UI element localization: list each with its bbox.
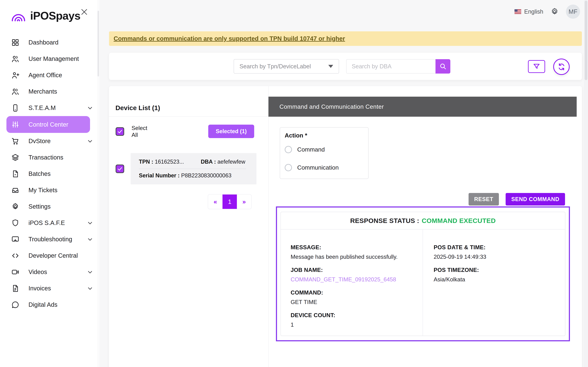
selected-count-button[interactable]: Selected (1): [208, 125, 254, 138]
brand-name: iPOSpays: [30, 9, 80, 22]
smartphone-icon: [11, 104, 20, 112]
select-all-label: Select All: [131, 125, 155, 138]
response-status-title: RESPONSE STATUS : COMMAND EXECUTED: [281, 212, 565, 229]
refresh-icon: [557, 62, 566, 71]
radio-icon: [285, 146, 292, 153]
chat-bubble-icon: [11, 300, 20, 309]
radio-option-communication[interactable]: Communication: [285, 164, 339, 171]
sidebar-item-developer-central[interactable]: Developer Central: [0, 247, 100, 264]
sidebar-item-label: Settings: [28, 203, 51, 210]
sidebar-item-agent-office[interactable]: Agent Office: [0, 67, 100, 83]
pagination-prev-button[interactable]: «: [208, 194, 223, 209]
sidebar-item-batches[interactable]: Batches: [0, 166, 100, 182]
sidebar-item-user-management[interactable]: User Management: [0, 51, 100, 67]
search-button[interactable]: [435, 59, 450, 74]
sidebar-scrollbar[interactable]: [97, 0, 100, 367]
filter-button[interactable]: [528, 60, 545, 73]
message-field: MESSAGE: Message has been published succ…: [291, 244, 423, 260]
pagination-page-1[interactable]: 1: [223, 194, 237, 209]
cart-icon: [11, 137, 20, 145]
pagination-next-button[interactable]: »: [237, 194, 251, 209]
sidebar-item-invoices[interactable]: Invoices: [0, 280, 100, 297]
column-divider: [268, 86, 269, 367]
pos-timezone-field: POS TIMEZONE: Asia/Kolkata: [434, 267, 565, 283]
chevron-down-icon: [87, 285, 93, 292]
search-type-dropdown[interactable]: Search by Tpn/DeviceLabel: [234, 59, 339, 74]
control-center-panel: Device List (1) Select All Selected (1) …: [109, 86, 582, 367]
reset-button[interactable]: RESET: [468, 193, 499, 206]
send-command-button[interactable]: SEND COMMAND: [506, 193, 565, 206]
serial-label: Serial Number :: [139, 172, 180, 179]
chevron-down-icon: [87, 269, 93, 275]
search-type-selected: Search by Tpn/DeviceLabel: [240, 63, 311, 70]
response-status-label: RESPONSE STATUS :: [350, 217, 419, 225]
sidebar-item-label: Transactions: [28, 154, 63, 161]
device-count-field: DEVICE COUNT: 1: [291, 312, 423, 328]
gear-icon: [11, 202, 20, 211]
sidebar-item-troubleshooting[interactable]: Troubleshooting: [0, 231, 100, 247]
funnel-icon: [533, 63, 541, 70]
sidebar-item-label: Merchants: [28, 88, 57, 95]
device-checkbox[interactable]: [116, 165, 124, 173]
inbox-icon: [11, 186, 20, 194]
sidebar-item-label: Invoices: [28, 285, 51, 292]
rainbow-logo-icon: [10, 10, 26, 22]
chevron-down-icon: [87, 220, 93, 226]
sidebar-item-label: Control Center: [28, 121, 68, 128]
sidebar-item-digital-ads[interactable]: Digital Ads: [0, 297, 100, 313]
serial-value: P8B2230830000063: [181, 172, 231, 179]
search-toolbar: Search by Tpn/DeviceLabel: [109, 53, 582, 80]
language-selector[interactable]: English: [514, 8, 543, 15]
checkmark-icon: [117, 128, 123, 134]
sidebar-item-my-tickets[interactable]: My Tickets: [0, 182, 100, 198]
divider: [139, 169, 246, 169]
device-card[interactable]: TPN : 16162523... DBA : aefefewfew Seria…: [131, 153, 257, 184]
sidebar-item-label: S.T.E.A.M: [28, 104, 56, 111]
tpn-label: TPN :: [139, 158, 153, 165]
layers-icon: [11, 153, 20, 162]
sidebar-item-merchants[interactable]: Merchants: [0, 83, 100, 100]
video-icon: [11, 268, 20, 276]
settings-gear-icon[interactable]: [550, 7, 559, 16]
sliders-icon: [11, 120, 20, 129]
window-scrollbar[interactable]: [584, 0, 588, 367]
sidebar-item-label: Developer Central: [28, 252, 78, 259]
chevron-down-icon: [87, 138, 93, 144]
sidebar-item-dvstore[interactable]: DvStore: [0, 133, 100, 149]
divider: [109, 116, 268, 117]
sidebar-item-dashboard[interactable]: Dashboard: [0, 34, 100, 51]
device-list-title: Device List (1): [115, 104, 160, 112]
chevron-down-icon: [87, 236, 93, 243]
us-flag-icon: [514, 9, 521, 14]
sidebar-item-videos[interactable]: Videos: [0, 264, 100, 280]
response-box: RESPONSE STATUS : COMMAND EXECUTED MESSA…: [276, 206, 570, 341]
banner-link[interactable]: Commands or communication are only suppo…: [114, 35, 345, 42]
user-avatar[interactable]: MF: [566, 5, 580, 19]
tpn-build-warning-banner: Commands or communication are only suppo…: [109, 31, 582, 46]
response-status-value: COMMAND EXECUTED: [422, 217, 496, 225]
users-icon: [11, 55, 20, 63]
radio-option-command[interactable]: Command: [285, 146, 325, 153]
command-center-header: Command and Communication Center: [268, 97, 577, 117]
tpn-value: 16162523...: [155, 158, 184, 165]
sidebar-item-steam[interactable]: S.T.E.A.M: [0, 100, 100, 116]
job-name-link[interactable]: COMMAND_GET_TIME_09192025_6458: [291, 276, 423, 283]
sidebar-item-ipos-safe[interactable]: iPOS S.A.F.E: [0, 215, 100, 231]
sidebar-item-control-center[interactable]: Control Center: [6, 116, 90, 133]
sidebar-item-label: Batches: [28, 170, 51, 177]
select-all-checkbox[interactable]: [116, 127, 124, 136]
sidebar-item-settings[interactable]: Settings: [0, 198, 100, 215]
code-icon: [11, 251, 20, 260]
sidebar-close-button[interactable]: [78, 6, 90, 18]
dashboard-grid-icon: [11, 38, 20, 47]
sidebar-item-transactions[interactable]: Transactions: [0, 149, 100, 166]
dba-value: aefefewfew: [217, 158, 245, 165]
sidebar-item-label: Agent Office: [28, 72, 62, 79]
sidebar-item-label: User Management: [28, 55, 79, 62]
device-list-item: TPN : 16162523... DBA : aefefewfew Seria…: [116, 153, 257, 184]
refresh-button[interactable]: [553, 58, 570, 75]
search-dba-input[interactable]: [346, 59, 435, 74]
sidebar-item-label: My Tickets: [28, 187, 57, 194]
action-card: Action * Command Communication: [280, 127, 369, 179]
invoice-icon: [11, 284, 20, 293]
